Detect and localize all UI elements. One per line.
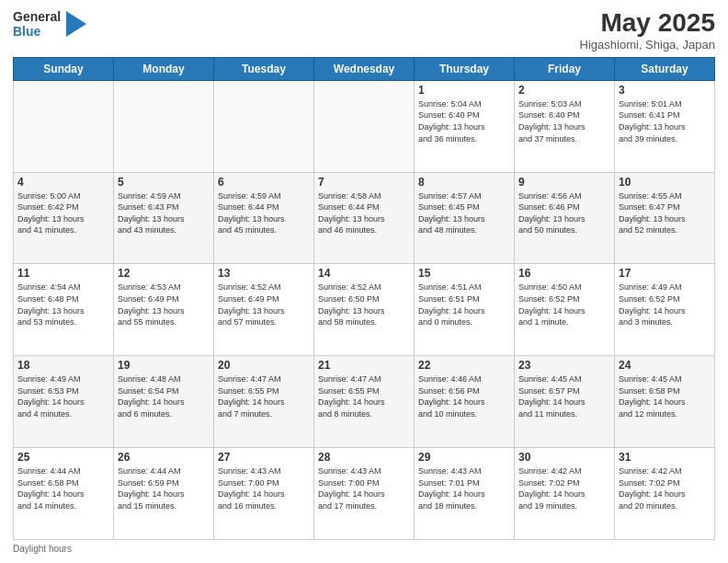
day-info: Sunrise: 5:03 AM Sunset: 6:40 PM Dayligh… bbox=[518, 98, 610, 144]
day-cell: 16Sunrise: 4:50 AM Sunset: 6:52 PM Dayli… bbox=[515, 264, 615, 356]
day-info: Sunrise: 4:43 AM Sunset: 7:00 PM Dayligh… bbox=[218, 465, 310, 511]
day-number: 9 bbox=[518, 176, 610, 189]
day-info: Sunrise: 5:00 AM Sunset: 6:42 PM Dayligh… bbox=[17, 190, 109, 236]
day-info: Sunrise: 4:46 AM Sunset: 6:56 PM Dayligh… bbox=[418, 373, 510, 419]
day-number: 26 bbox=[118, 451, 210, 464]
day-number: 7 bbox=[318, 176, 410, 189]
day-cell: 4Sunrise: 5:00 AM Sunset: 6:42 PM Daylig… bbox=[14, 172, 114, 264]
day-cell: 5Sunrise: 4:59 AM Sunset: 6:43 PM Daylig… bbox=[114, 172, 214, 264]
day-cell: 8Sunrise: 4:57 AM Sunset: 6:45 PM Daylig… bbox=[415, 172, 515, 264]
day-cell: 1Sunrise: 5:04 AM Sunset: 6:40 PM Daylig… bbox=[415, 80, 515, 172]
day-number: 5 bbox=[118, 176, 210, 189]
calendar-table: SundayMondayTuesdayWednesdayThursdayFrid… bbox=[13, 57, 715, 540]
day-cell bbox=[214, 80, 314, 172]
day-cell: 23Sunrise: 4:45 AM Sunset: 6:57 PM Dayli… bbox=[515, 356, 615, 448]
week-row-4: 18Sunrise: 4:49 AM Sunset: 6:53 PM Dayli… bbox=[14, 356, 715, 448]
day-number: 15 bbox=[418, 267, 510, 280]
day-cell bbox=[14, 80, 114, 172]
week-row-2: 4Sunrise: 5:00 AM Sunset: 6:42 PM Daylig… bbox=[14, 172, 715, 264]
day-info: Sunrise: 4:54 AM Sunset: 6:48 PM Dayligh… bbox=[17, 282, 109, 327]
day-cell: 7Sunrise: 4:58 AM Sunset: 6:44 PM Daylig… bbox=[314, 172, 415, 264]
day-info: Sunrise: 4:49 AM Sunset: 6:53 PM Dayligh… bbox=[17, 373, 109, 419]
day-cell: 6Sunrise: 4:59 AM Sunset: 6:44 PM Daylig… bbox=[214, 172, 314, 264]
day-cell: 29Sunrise: 4:43 AM Sunset: 7:01 PM Dayli… bbox=[415, 448, 515, 540]
day-cell: 25Sunrise: 4:44 AM Sunset: 6:58 PM Dayli… bbox=[14, 448, 114, 540]
day-number: 2 bbox=[518, 84, 610, 97]
day-info: Sunrise: 4:59 AM Sunset: 6:44 PM Dayligh… bbox=[218, 190, 310, 236]
day-number: 27 bbox=[218, 451, 310, 464]
day-header-friday: Friday bbox=[515, 57, 615, 80]
day-number: 30 bbox=[518, 451, 610, 464]
day-cell: 22Sunrise: 4:46 AM Sunset: 6:56 PM Dayli… bbox=[415, 356, 515, 448]
logo-arrow-icon bbox=[66, 11, 86, 37]
day-info: Sunrise: 4:58 AM Sunset: 6:44 PM Dayligh… bbox=[318, 190, 410, 236]
header: General Blue May 2025 Higashiomi, Shiga,… bbox=[13, 9, 715, 52]
day-number: 20 bbox=[218, 359, 310, 372]
day-cell: 10Sunrise: 4:55 AM Sunset: 6:47 PM Dayli… bbox=[615, 172, 715, 264]
day-info: Sunrise: 4:42 AM Sunset: 7:02 PM Dayligh… bbox=[518, 465, 610, 511]
subtitle: Higashiomi, Shiga, Japan bbox=[580, 38, 715, 52]
day-info: Sunrise: 4:42 AM Sunset: 7:02 PM Dayligh… bbox=[619, 465, 711, 511]
day-cell: 3Sunrise: 5:01 AM Sunset: 6:41 PM Daylig… bbox=[615, 80, 715, 172]
day-info: Sunrise: 4:44 AM Sunset: 6:58 PM Dayligh… bbox=[17, 465, 109, 511]
day-cell: 2Sunrise: 5:03 AM Sunset: 6:40 PM Daylig… bbox=[515, 80, 615, 172]
day-cell: 24Sunrise: 4:45 AM Sunset: 6:58 PM Dayli… bbox=[615, 356, 715, 448]
day-number: 4 bbox=[17, 176, 109, 189]
day-cell: 18Sunrise: 4:49 AM Sunset: 6:53 PM Dayli… bbox=[14, 356, 114, 448]
day-info: Sunrise: 4:56 AM Sunset: 6:46 PM Dayligh… bbox=[518, 190, 610, 236]
day-number: 17 bbox=[619, 267, 711, 280]
svg-marker-0 bbox=[66, 11, 86, 37]
day-number: 23 bbox=[518, 359, 610, 372]
day-header-monday: Monday bbox=[114, 57, 214, 80]
day-cell: 31Sunrise: 4:42 AM Sunset: 7:02 PM Dayli… bbox=[615, 448, 715, 540]
day-header-sunday: Sunday bbox=[14, 57, 114, 80]
day-number: 24 bbox=[619, 359, 711, 372]
day-info: Sunrise: 4:48 AM Sunset: 6:54 PM Dayligh… bbox=[118, 373, 210, 419]
page: General Blue May 2025 Higashiomi, Shiga,… bbox=[0, 0, 728, 563]
day-number: 21 bbox=[318, 359, 410, 372]
day-info: Sunrise: 4:52 AM Sunset: 6:50 PM Dayligh… bbox=[318, 282, 410, 327]
day-info: Sunrise: 4:47 AM Sunset: 6:55 PM Dayligh… bbox=[218, 373, 310, 419]
day-number: 12 bbox=[118, 267, 210, 280]
day-number: 31 bbox=[619, 451, 711, 464]
day-cell: 13Sunrise: 4:52 AM Sunset: 6:49 PM Dayli… bbox=[214, 264, 314, 356]
day-header-wednesday: Wednesday bbox=[314, 57, 415, 80]
day-number: 25 bbox=[17, 451, 109, 464]
main-title: May 2025 bbox=[580, 9, 715, 38]
day-number: 8 bbox=[418, 176, 510, 189]
day-info: Sunrise: 4:52 AM Sunset: 6:49 PM Dayligh… bbox=[218, 282, 310, 327]
day-cell: 30Sunrise: 4:42 AM Sunset: 7:02 PM Dayli… bbox=[515, 448, 615, 540]
day-number: 18 bbox=[17, 359, 109, 372]
day-cell: 28Sunrise: 4:43 AM Sunset: 7:00 PM Dayli… bbox=[314, 448, 415, 540]
day-cell: 19Sunrise: 4:48 AM Sunset: 6:54 PM Dayli… bbox=[114, 356, 214, 448]
day-cell bbox=[114, 80, 214, 172]
day-number: 29 bbox=[418, 451, 510, 464]
day-number: 6 bbox=[218, 176, 310, 189]
day-cell: 20Sunrise: 4:47 AM Sunset: 6:55 PM Dayli… bbox=[214, 356, 314, 448]
day-number: 19 bbox=[118, 359, 210, 372]
day-cell: 14Sunrise: 4:52 AM Sunset: 6:50 PM Dayli… bbox=[314, 264, 415, 356]
logo-general-text: General bbox=[13, 9, 61, 24]
day-number: 16 bbox=[518, 267, 610, 280]
day-number: 28 bbox=[318, 451, 410, 464]
day-cell: 17Sunrise: 4:49 AM Sunset: 6:52 PM Dayli… bbox=[615, 264, 715, 356]
day-info: Sunrise: 5:04 AM Sunset: 6:40 PM Dayligh… bbox=[418, 98, 510, 144]
week-row-5: 25Sunrise: 4:44 AM Sunset: 6:58 PM Dayli… bbox=[14, 448, 715, 540]
day-info: Sunrise: 4:55 AM Sunset: 6:47 PM Dayligh… bbox=[619, 190, 711, 236]
day-info: Sunrise: 4:51 AM Sunset: 6:51 PM Dayligh… bbox=[418, 282, 510, 327]
logo-blue-text: Blue bbox=[13, 24, 61, 39]
calendar-header-row: SundayMondayTuesdayWednesdayThursdayFrid… bbox=[14, 57, 715, 80]
day-info: Sunrise: 4:43 AM Sunset: 7:00 PM Dayligh… bbox=[318, 465, 410, 511]
day-cell: 12Sunrise: 4:53 AM Sunset: 6:49 PM Dayli… bbox=[114, 264, 214, 356]
week-row-1: 1Sunrise: 5:04 AM Sunset: 6:40 PM Daylig… bbox=[14, 80, 715, 172]
day-info: Sunrise: 4:53 AM Sunset: 6:49 PM Dayligh… bbox=[118, 282, 210, 327]
footer-note: Daylight hours bbox=[13, 544, 715, 554]
day-number: 10 bbox=[619, 176, 711, 189]
day-number: 22 bbox=[418, 359, 510, 372]
day-cell bbox=[314, 80, 415, 172]
day-header-thursday: Thursday bbox=[415, 57, 515, 80]
day-cell: 9Sunrise: 4:56 AM Sunset: 6:46 PM Daylig… bbox=[515, 172, 615, 264]
day-info: Sunrise: 4:45 AM Sunset: 6:57 PM Dayligh… bbox=[518, 373, 610, 419]
day-info: Sunrise: 4:43 AM Sunset: 7:01 PM Dayligh… bbox=[418, 465, 510, 511]
day-cell: 21Sunrise: 4:47 AM Sunset: 6:55 PM Dayli… bbox=[314, 356, 415, 448]
